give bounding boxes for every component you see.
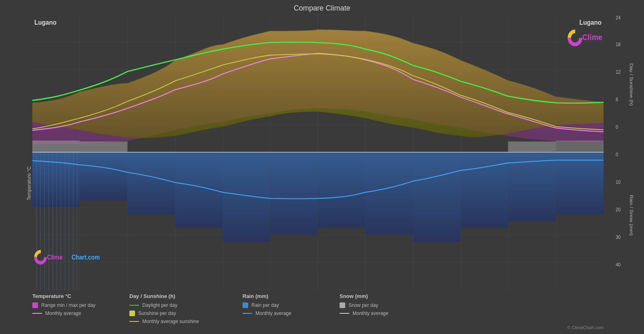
legend-item-rain-day: Rain per day bbox=[243, 302, 323, 308]
svg-rect-50 bbox=[556, 140, 604, 152]
svg-rect-31 bbox=[413, 152, 461, 242]
chart-area: Temperature °C bbox=[8, 15, 636, 290]
legend-item-daylight: Daylight per day bbox=[129, 302, 226, 308]
legend-label-snow-day: Snow per day bbox=[348, 302, 378, 308]
copyright-text: © ClimeChart.com bbox=[8, 325, 636, 330]
legend-line-sunshine-avg bbox=[129, 321, 139, 322]
chart-plot: Jan Feb Mar Apr May Jun Jul Aug Sep Oct … bbox=[32, 15, 604, 290]
svg-text:24: 24 bbox=[616, 15, 621, 21]
svg-text:6: 6 bbox=[616, 97, 618, 103]
legend-line-snow-avg bbox=[340, 313, 349, 314]
legend-item-temp-range: Range min / max per day bbox=[32, 302, 113, 308]
right-axis-svg: 24 18 12 6 0 0 10 20 30 40 Day / Sunshin… bbox=[604, 15, 636, 290]
legend-item-sunshine-day: Sunshine per day bbox=[129, 311, 226, 316]
svg-text:Clime: Clime bbox=[583, 32, 603, 42]
svg-text:18: 18 bbox=[616, 42, 621, 48]
svg-text:Lugano: Lugano bbox=[579, 18, 602, 26]
svg-rect-23 bbox=[32, 152, 80, 207]
svg-rect-24 bbox=[80, 152, 127, 200]
legend-label-snow-avg: Monthly average bbox=[353, 311, 389, 316]
y-left-label: Temperature °C bbox=[26, 155, 32, 212]
svg-text:Clime: Clime bbox=[47, 253, 62, 261]
main-chart-svg: Jan Feb Mar Apr May Jun Jul Aug Sep Oct … bbox=[32, 15, 604, 290]
legend-label-sunshine-day: Sunshine per day bbox=[138, 311, 176, 316]
y-axis-left: Temperature °C bbox=[8, 15, 32, 290]
svg-rect-28 bbox=[270, 152, 318, 235]
legend-item-snow-day: Snow per day bbox=[340, 302, 420, 308]
svg-text:20: 20 bbox=[616, 207, 621, 213]
legend-box-rain bbox=[243, 302, 248, 308]
legend-group-temperature: Temperature °C Range min / max per day M… bbox=[32, 293, 113, 324]
svg-rect-49 bbox=[508, 141, 556, 151]
svg-rect-29 bbox=[318, 152, 365, 228]
svg-text:0: 0 bbox=[616, 152, 618, 158]
svg-text:0: 0 bbox=[616, 124, 618, 130]
legend-box-sunshine bbox=[129, 311, 135, 316]
svg-rect-27 bbox=[223, 152, 270, 242]
legend-label-rain-day: Rain per day bbox=[251, 302, 279, 308]
legend-group-sunshine: Day / Sunshine (h) Daylight per day Suns… bbox=[129, 293, 226, 324]
y-axis-right: 24 18 12 6 0 0 10 20 30 40 Day / Sunshin… bbox=[604, 15, 636, 290]
svg-rect-34 bbox=[556, 152, 604, 214]
svg-text:Rain / Snow (mm): Rain / Snow (mm) bbox=[629, 195, 634, 236]
svg-text:Chart.com: Chart.com bbox=[72, 253, 100, 261]
legend-area: Temperature °C Range min / max per day M… bbox=[8, 293, 636, 324]
svg-text:40: 40 bbox=[616, 262, 621, 268]
legend-line-rain-avg bbox=[243, 313, 252, 314]
legend-box-snow bbox=[340, 302, 345, 308]
svg-rect-30 bbox=[365, 152, 413, 235]
legend-line-daylight bbox=[129, 305, 139, 306]
legend-title-rain: Rain (mm) bbox=[243, 293, 323, 299]
legend-group-snow: Snow (mm) Snow per day Monthly average bbox=[340, 293, 420, 324]
svg-rect-47 bbox=[32, 140, 80, 152]
legend-line-temp-avg bbox=[32, 313, 42, 314]
legend-label-sunshine-avg: Monthly average sunshine bbox=[142, 319, 199, 324]
svg-rect-32 bbox=[461, 152, 508, 228]
svg-text:12: 12 bbox=[616, 69, 621, 75]
legend-item-rain-avg: Monthly average bbox=[243, 311, 323, 316]
legend-label-daylight: Daylight per day bbox=[142, 302, 177, 308]
legend-label-rain-avg: Monthly average bbox=[255, 311, 291, 316]
legend-title-sunshine: Day / Sunshine (h) bbox=[129, 293, 226, 299]
legend-label-temp-range: Range min / max per day bbox=[41, 302, 95, 308]
svg-rect-48 bbox=[80, 141, 127, 151]
legend-title-temperature: Temperature °C bbox=[32, 293, 113, 299]
legend-item-snow-avg: Monthly average bbox=[340, 311, 420, 316]
svg-text:Lugano: Lugano bbox=[34, 18, 57, 26]
page-wrapper: Compare Climate Temperature °C bbox=[0, 0, 644, 334]
svg-text:Day / Sunshine (h): Day / Sunshine (h) bbox=[629, 63, 634, 106]
chart-title: Compare Climate bbox=[8, 4, 636, 13]
legend-item-temp-avg: Monthly average bbox=[32, 311, 113, 316]
svg-rect-25 bbox=[127, 152, 175, 214]
legend-title-snow: Snow (mm) bbox=[340, 293, 420, 299]
legend-label-temp-avg: Monthly average bbox=[45, 311, 81, 316]
legend-group-rain: Rain (mm) Rain per day Monthly average bbox=[243, 293, 323, 324]
legend-item-sunshine-avg: Monthly average sunshine bbox=[129, 319, 226, 324]
legend-box-temp-range bbox=[32, 302, 38, 308]
svg-text:30: 30 bbox=[616, 234, 621, 240]
svg-text:10: 10 bbox=[616, 179, 621, 185]
